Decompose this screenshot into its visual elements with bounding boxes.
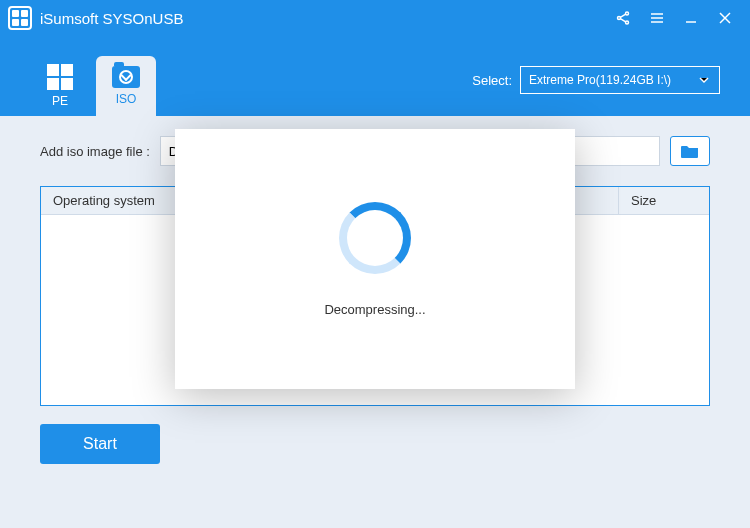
start-button[interactable]: Start — [40, 424, 160, 464]
svg-line-3 — [620, 14, 625, 17]
windows-icon — [47, 64, 73, 90]
folder-download-icon — [112, 66, 140, 88]
folder-icon — [680, 143, 700, 159]
progress-modal: Decompressing... — [175, 129, 575, 389]
drive-select[interactable]: Extreme Pro(119.24GB I:\) — [520, 66, 720, 94]
progress-status-text: Decompressing... — [324, 302, 425, 317]
tab-pe[interactable]: PE — [30, 56, 90, 116]
svg-point-0 — [626, 12, 629, 15]
column-size[interactable]: Size — [619, 187, 709, 214]
chevron-down-icon — [697, 73, 711, 87]
app-title: iSumsoft SYSOnUSB — [40, 10, 183, 27]
tab-iso-label: ISO — [116, 92, 137, 106]
tab-iso[interactable]: ISO — [96, 56, 156, 116]
drive-select-value: Extreme Pro(119.24GB I:\) — [529, 73, 671, 87]
tab-pe-label: PE — [52, 94, 68, 108]
tabbar: PE ISO Select: Extreme Pro(119.24GB I:\) — [0, 36, 750, 116]
app-logo-icon — [8, 6, 32, 30]
spinner-icon — [339, 202, 411, 274]
svg-line-4 — [620, 19, 625, 22]
svg-point-2 — [626, 21, 629, 24]
share-button[interactable] — [606, 0, 640, 36]
minimize-button[interactable] — [674, 0, 708, 36]
iso-file-label: Add iso image file : — [40, 144, 150, 159]
select-label: Select: — [472, 73, 512, 88]
menu-button[interactable] — [640, 0, 674, 36]
close-button[interactable] — [708, 0, 742, 36]
svg-point-1 — [618, 17, 621, 20]
drive-select-wrap: Select: Extreme Pro(119.24GB I:\) — [472, 66, 720, 94]
titlebar: iSumsoft SYSOnUSB — [0, 0, 750, 36]
browse-button[interactable] — [670, 136, 710, 166]
